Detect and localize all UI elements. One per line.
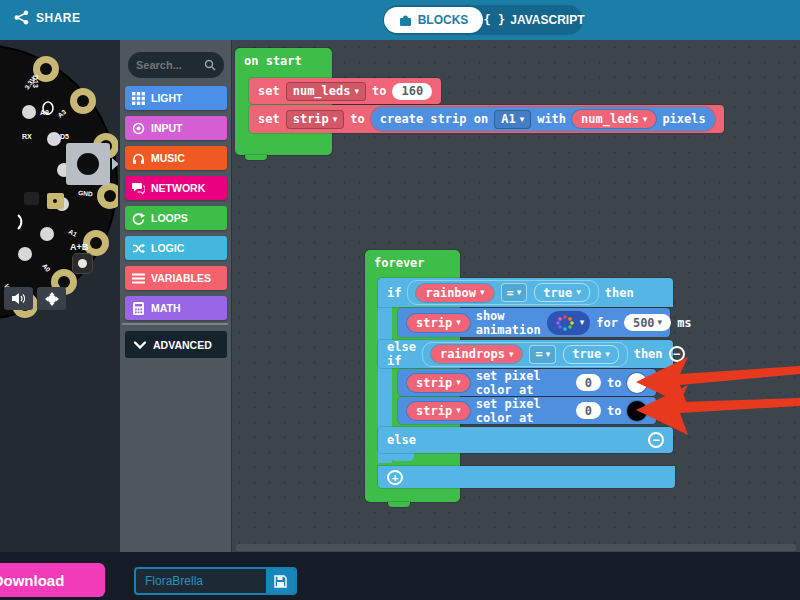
raindrops-variable-pill[interactable]: raindrops▾ <box>431 345 523 363</box>
category-label: LIGHT <box>151 92 183 104</box>
rainbow-variable-pill[interactable]: rainbow▾ <box>416 284 493 302</box>
category-variables[interactable]: VARIABLES <box>125 266 227 290</box>
add-branch-icon[interactable]: + <box>387 470 403 485</box>
to-keyword: to <box>372 84 386 98</box>
to-keyword: to <box>607 376 621 390</box>
share-label: SHARE <box>36 11 81 25</box>
board-label-d5: D5 <box>60 133 69 140</box>
toolbox-sidebar: LIGHT INPUT MUSIC NETWORK LOOPS LOGIC VA… <box>120 40 232 552</box>
create-strip-block[interactable]: create strip on A1▾ with num_leds▾ pixel… <box>371 107 715 131</box>
set-keyword: set <box>258 112 280 126</box>
tab-blocks[interactable]: BLOCKS <box>384 7 483 33</box>
if-block-header[interactable]: if rainbow▾ =▾ true▾ then <box>378 278 673 307</box>
empty-statement-notch <box>390 453 414 461</box>
category-logic[interactable]: LOGIC <box>125 236 227 260</box>
category-label: VARIABLES <box>151 272 211 284</box>
true-value-dropdown[interactable]: true▾ <box>534 283 589 302</box>
comparison-operator-dropdown[interactable]: =▾ <box>529 345 556 364</box>
category-music[interactable]: MUSIC <box>125 146 227 170</box>
chat-icon <box>132 182 145 195</box>
else-row[interactable]: else − <box>378 427 673 453</box>
grid-icon <box>132 92 145 105</box>
blocks-tab-label: BLOCKS <box>418 13 469 27</box>
circuit-playground-board[interactable]: 3.3V A3 A2 GND A1 A0 VOUT D13 A9 <box>0 45 118 325</box>
pin-dropdown[interactable]: A1▾ <box>494 110 531 129</box>
category-loops[interactable]: LOOPS <box>125 206 227 230</box>
ab-button[interactable] <box>72 253 93 274</box>
forever-label: forever <box>374 256 425 270</box>
remove-branch-icon[interactable]: − <box>648 432 664 448</box>
advanced-toggle[interactable]: ADVANCED <box>125 331 227 358</box>
strip-variable-dropdown[interactable]: strip▾ <box>286 110 345 129</box>
fullscreen-icon <box>45 292 59 306</box>
puzzle-icon <box>399 14 412 27</box>
else-if-condition: raindrops▾ =▾ true▾ <box>422 342 628 367</box>
duration-dropdown[interactable]: 500▾ <box>624 314 671 331</box>
true-value-dropdown[interactable]: true▾ <box>563 345 618 364</box>
then-keyword: then <box>605 286 634 300</box>
language-toggle: BLOCKS { } JAVASCRIPT <box>383 5 583 35</box>
save-icon <box>274 575 287 588</box>
fullscreen-button[interactable] <box>37 287 66 310</box>
toolbox-search[interactable] <box>128 52 224 78</box>
workspace-horizontal-scrollbar[interactable] <box>236 544 796 551</box>
color-picker-white[interactable] <box>627 373 647 393</box>
ms-keyword: ms <box>677 316 691 330</box>
else-keyword: else <box>387 433 416 447</box>
save-button[interactable] <box>266 569 295 593</box>
tab-javascript[interactable]: { } JAVASCRIPT <box>487 5 581 35</box>
project-name-input[interactable] <box>136 569 266 593</box>
if-keyword: if <box>387 286 401 300</box>
category-label: INPUT <box>151 122 183 134</box>
board-label-rx: RX <box>22 133 32 140</box>
set-strip-block[interactable]: set strip▾ to create strip on A1▾ with n… <box>249 105 724 133</box>
show-animation-label: show animation <box>476 309 541 337</box>
share-button[interactable]: SHARE <box>14 10 81 25</box>
remove-branch-icon[interactable]: − <box>669 346 685 362</box>
animation-dropdown[interactable]: ▾ <box>547 311 591 335</box>
comparison-operator-dropdown[interactable]: =▾ <box>501 283 528 302</box>
numleds-variable-dropdown[interactable]: num_leds▾ <box>286 82 366 101</box>
on-start-notch <box>245 155 267 160</box>
numleds-argument-pill[interactable]: num_leds▾ <box>572 110 656 128</box>
if-condition: rainbow▾ =▾ true▾ <box>407 280 598 305</box>
top-bar: SHARE BLOCKS { } JAVASCRIPT <box>0 0 800 40</box>
category-network[interactable]: NETWORK <box>125 176 227 200</box>
category-math[interactable]: MATH <box>125 296 227 320</box>
headphones-icon <box>132 152 145 165</box>
javascript-tab-label: JAVASCRIPT <box>510 13 584 27</box>
if-block-footer: + <box>378 466 675 488</box>
category-label: LOOPS <box>151 212 188 224</box>
set-pixel-color-block-white[interactable]: strip▾ set pixel color at 0 to <box>398 369 656 396</box>
set-keyword: set <box>258 84 280 98</box>
simulator-panel: 3.3V A3 A2 GND A1 A0 VOUT D13 A9 <box>0 40 120 552</box>
calculator-icon <box>132 302 145 315</box>
braces-icon: { } <box>484 13 506 27</box>
category-light[interactable]: LIGHT <box>125 86 227 110</box>
to-keyword: to <box>350 112 364 126</box>
pixel-index-input[interactable]: 0 <box>576 402 601 419</box>
numleds-value-input[interactable]: 160 <box>392 83 432 100</box>
category-input[interactable]: INPUT <box>125 116 227 140</box>
download-button[interactable]: Download <box>0 563 105 597</box>
color-picker-black[interactable] <box>627 401 647 421</box>
pixels-keyword: pixels <box>662 112 705 126</box>
strip-variable-pill[interactable]: strip▾ <box>407 374 470 392</box>
board-label-d13: D13 <box>32 75 39 88</box>
set-numleds-block[interactable]: set num_leds▾ to 160 <box>249 78 441 104</box>
else-if-row[interactable]: else if raindrops▾ =▾ true▾ then − <box>378 340 673 368</box>
set-pixel-color-block-black[interactable]: strip▾ set pixel color at 0 to <box>398 397 656 424</box>
with-keyword: with <box>537 112 566 126</box>
create-strip-label: create strip on <box>380 112 488 126</box>
forever-notch <box>388 502 410 507</box>
strip-variable-pill[interactable]: strip▾ <box>407 314 470 332</box>
search-input[interactable] <box>136 59 204 71</box>
show-animation-block[interactable]: strip▾ show animation ▾ for 500▾ ms <box>398 308 670 337</box>
loop-icon <box>132 212 145 225</box>
mute-button[interactable] <box>4 287 33 310</box>
rainbow-animation-icon <box>553 313 577 333</box>
pixel-index-input[interactable]: 0 <box>576 374 601 391</box>
strip-variable-pill[interactable]: strip▾ <box>407 402 470 420</box>
search-icon <box>204 59 216 71</box>
on-start-label: on start <box>244 54 302 68</box>
